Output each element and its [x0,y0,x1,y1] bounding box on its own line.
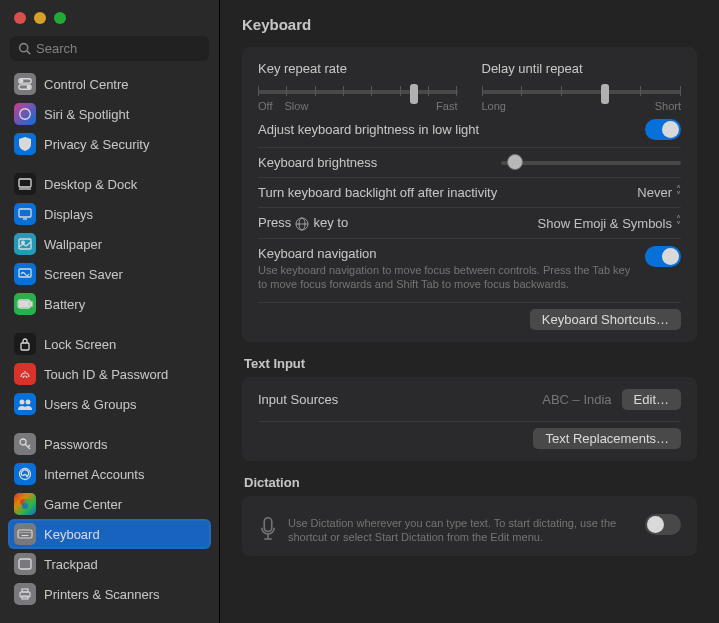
svg-rect-40 [264,518,272,532]
desktop-dock-icon [14,173,36,195]
svg-point-19 [26,400,31,405]
backlight-off-popup[interactable]: Never ˄˅ [637,185,681,200]
delay-until-repeat-slider[interactable] [482,90,682,94]
svg-point-0 [20,44,28,52]
search-placeholder: Search [36,41,77,56]
keyboard-settings-card: Key repeat rate Off Slow Fast Delay [242,47,697,342]
sidebar-item-game-center[interactable]: Game Center [8,489,211,519]
sidebar-item-control-centre[interactable]: Control Centre [8,69,211,99]
key-repeat-rate-block: Key repeat rate Off Slow Fast [258,61,458,112]
keyboard-nav-toggle[interactable] [645,246,681,267]
svg-rect-16 [20,302,29,307]
svg-rect-35 [22,589,28,592]
trackpad-icon [14,553,36,575]
slider-label-long: Long [482,100,506,112]
dictation-card: Use Dictation wherever you can type text… [242,496,697,556]
sidebar-item-passwords[interactable]: Passwords [8,429,211,459]
displays-icon [14,203,36,225]
sidebar-item-label: Printers & Scanners [44,584,160,605]
printers-icon [14,583,36,605]
game-center-icon [14,493,36,515]
close-icon[interactable] [14,12,26,24]
battery-icon [14,293,36,315]
sidebar-nav: Control CentreSiri & SpotlightPrivacy & … [0,69,219,623]
svg-point-3 [20,80,23,83]
dictation-sub: Use Dictation wherever you can type text… [288,516,628,544]
sidebar-item-label: Wallpaper [44,234,102,255]
sidebar: Search Control CentreSiri & SpotlightPri… [0,0,220,623]
sidebar-item-label: Lock Screen [44,334,116,355]
sidebar-item-label: Privacy & Security [44,134,149,155]
text-input-card: Input Sources ABC – India Edit… Text Rep… [242,377,697,461]
wallpaper-icon [14,233,36,255]
keyboard-brightness-label: Keyboard brightness [258,155,377,170]
microphone-icon [258,516,278,542]
input-sources-value: ABC – India [542,392,611,407]
keyboard-icon [14,523,36,545]
sidebar-item-label: Screen Saver [44,264,123,285]
sidebar-item-users-groups[interactable]: Users & Groups [8,389,211,419]
sidebar-item-label: Trackpad [44,554,98,575]
globe-icon [295,216,310,231]
delay-until-repeat-block: Delay until repeat Long Short [482,61,682,112]
sidebar-item-screen-saver[interactable]: Screen Saver [8,259,211,289]
globe-key-popup[interactable]: Show Emoji & Symbols ˄˅ [538,216,681,231]
window-controls [0,0,219,32]
privacy-icon [14,133,36,155]
sidebar-item-touch-id[interactable]: Touch ID & Password [8,359,211,389]
passwords-icon [14,433,36,455]
svg-line-1 [27,51,30,54]
sidebar-item-battery[interactable]: Battery [8,289,211,319]
sidebar-item-desktop-dock[interactable]: Desktop & Dock [8,169,211,199]
siri-icon [14,103,36,125]
search-input[interactable]: Search [10,36,209,61]
dictation-toggle[interactable] [645,514,681,535]
sidebar-item-label: Displays [44,204,93,225]
sidebar-item-label: Desktop & Dock [44,174,137,195]
sidebar-item-siri[interactable]: Siri & Spotlight [8,99,211,129]
svg-point-18 [20,400,25,405]
keyboard-shortcuts-button[interactable]: Keyboard Shortcuts… [530,309,681,330]
sidebar-item-label: Control Centre [44,74,129,95]
sidebar-item-trackpad[interactable]: Trackpad [8,549,211,579]
minimize-icon[interactable] [34,12,46,24]
svg-point-6 [20,109,31,120]
auto-brightness-label: Adjust keyboard brightness in low light [258,122,479,137]
input-sources-edit-button[interactable]: Edit… [622,389,681,410]
sidebar-item-keyboard[interactable]: Keyboard [8,519,211,549]
svg-rect-17 [21,343,29,350]
sidebar-item-label: Battery [44,294,85,315]
internet-accounts-icon [14,463,36,485]
key-repeat-rate-label: Key repeat rate [258,61,458,76]
sidebar-item-privacy[interactable]: Privacy & Security [8,129,211,159]
section-text-input: Text Input [244,356,695,371]
fullscreen-icon[interactable] [54,12,66,24]
slider-label-off: Off [258,100,272,112]
sidebar-item-internet-accounts[interactable]: Internet Accounts [8,459,211,489]
sidebar-item-lock-screen[interactable]: Lock Screen [8,329,211,359]
content: Keyboard Key repeat rate Off Slow Fast [220,0,719,623]
svg-rect-7 [19,179,31,187]
slider-label-fast: Fast [436,100,457,112]
text-replacements-button[interactable]: Text Replacements… [533,428,681,449]
sidebar-item-printers[interactable]: Printers & Scanners [8,579,211,609]
sidebar-item-label: Keyboard [44,524,100,545]
keyboard-brightness-slider[interactable] [501,161,681,165]
chevron-updown-icon: ˄˅ [676,187,681,199]
screen-saver-icon [14,263,36,285]
sidebar-item-label: Internet Accounts [44,464,144,485]
globe-key-label: Press key to [258,215,348,231]
backlight-off-label: Turn keyboard backlight off after inacti… [258,185,497,200]
svg-rect-33 [19,559,31,569]
key-repeat-rate-slider[interactable] [258,90,458,94]
sidebar-item-label: Passwords [44,434,108,455]
sidebar-item-displays[interactable]: Displays [8,199,211,229]
keyboard-nav-sub: Use keyboard navigation to move focus be… [258,263,638,291]
input-sources-label: Input Sources [258,392,338,407]
users-groups-icon [14,393,36,415]
svg-point-24 [22,503,28,509]
sidebar-item-label: Siri & Spotlight [44,104,129,125]
lock-screen-icon [14,333,36,355]
auto-brightness-toggle[interactable] [645,119,681,140]
sidebar-item-wallpaper[interactable]: Wallpaper [8,229,211,259]
